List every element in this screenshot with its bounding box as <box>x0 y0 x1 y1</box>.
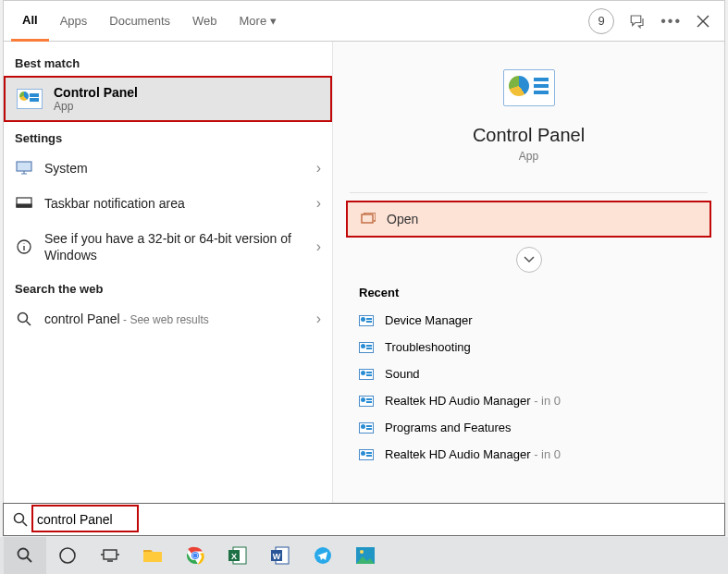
svg-point-22 <box>360 550 364 554</box>
taskbar-photos-icon[interactable] <box>344 537 387 574</box>
taskbar: X W <box>0 537 728 574</box>
top-icons: 9 ••• <box>588 8 717 34</box>
control-panel-icon <box>359 315 374 326</box>
settings-row-system[interactable]: System › <box>4 151 332 186</box>
svg-point-6 <box>15 514 24 523</box>
taskbar-cortana-button[interactable] <box>46 537 89 574</box>
chevron-right-icon: › <box>316 311 321 327</box>
open-label: Open <box>387 212 418 226</box>
section-recent: Recent <box>333 273 724 303</box>
search-input[interactable] <box>37 504 724 535</box>
svg-text:W: W <box>273 552 281 561</box>
taskbar-telegram-icon[interactable] <box>302 537 344 574</box>
web-suffix: - See web results <box>120 313 209 326</box>
feedback-icon[interactable] <box>629 13 646 30</box>
control-panel-icon <box>359 422 374 434</box>
best-match-title: Control Panel <box>54 85 138 100</box>
info-icon <box>15 238 33 255</box>
search-icon <box>4 512 37 527</box>
settings-row-bitness[interactable]: See if you have a 32-bit or 64-bit versi… <box>4 221 332 273</box>
taskbar-icon <box>15 197 33 210</box>
control-panel-icon <box>359 369 374 380</box>
divider <box>350 192 708 193</box>
recent-item[interactable]: Sound <box>346 360 711 387</box>
taskbar-word-icon[interactable]: W <box>259 537 302 574</box>
tab-more[interactable]: More▾ <box>228 1 289 41</box>
search-bar <box>3 503 725 536</box>
svg-text:X: X <box>231 552 237 561</box>
best-match-result[interactable]: Control Panel App <box>4 76 332 122</box>
open-icon <box>361 213 376 226</box>
tab-web[interactable]: Web <box>181 1 228 41</box>
svg-rect-9 <box>104 550 117 559</box>
control-panel-icon <box>359 449 374 460</box>
section-search-web: Search the web <box>4 273 332 301</box>
monitor-icon <box>15 161 33 176</box>
taskbar-search-button[interactable] <box>4 537 46 574</box>
svg-rect-0 <box>17 162 31 171</box>
best-match-type: App <box>54 100 138 113</box>
svg-rect-5 <box>362 214 373 223</box>
open-action[interactable]: Open <box>346 201 711 238</box>
svg-point-7 <box>19 549 29 559</box>
control-panel-icon <box>503 69 555 106</box>
tab-all[interactable]: All <box>11 2 49 42</box>
control-panel-icon <box>359 342 374 353</box>
rewards-badge[interactable]: 9 <box>588 8 614 34</box>
svg-point-8 <box>60 548 75 563</box>
close-icon[interactable] <box>697 15 709 28</box>
preview-right: Control Panel App Open Recent Device Man… <box>332 42 724 535</box>
svg-point-13 <box>193 554 198 558</box>
search-icon <box>15 311 33 326</box>
recent-item[interactable]: Programs and Features <box>346 414 711 441</box>
svg-rect-2 <box>17 204 31 207</box>
web-query: control Panel <box>44 311 120 326</box>
recent-item[interactable]: Realtek HD Audio Manager - in 0 <box>346 441 711 468</box>
taskbar-excel-icon[interactable]: X <box>216 537 259 574</box>
section-settings: Settings <box>4 122 332 151</box>
chevron-right-icon: › <box>316 195 321 212</box>
chevron-right-icon: › <box>316 238 321 255</box>
control-panel-icon <box>17 89 43 109</box>
recent-item[interactable]: Troubleshooting <box>346 334 711 360</box>
tabs-bar: All Apps Documents Web More▾ 9 ••• <box>4 1 724 42</box>
web-result-row[interactable]: control Panel - See web results › <box>4 301 332 336</box>
tab-documents[interactable]: Documents <box>98 1 181 41</box>
preview-title: Control Panel <box>473 125 585 146</box>
recent-item[interactable]: Device Manager <box>346 307 711 334</box>
recent-list: Device Manager Troubleshooting Sound Rea… <box>333 303 724 471</box>
chevron-down-icon: ▾ <box>270 14 277 28</box>
expand-row <box>333 247 724 273</box>
control-panel-icon <box>359 396 374 407</box>
expand-button[interactable] <box>516 247 542 273</box>
recent-item[interactable]: Realtek HD Audio Manager - in 0 <box>346 387 711 414</box>
results-left: Best match Control Panel App Settings Sy… <box>4 42 332 535</box>
preview-hero: Control Panel App <box>333 42 724 177</box>
svg-point-4 <box>19 313 28 323</box>
taskbar-explorer-icon[interactable] <box>131 537 174 574</box>
taskbar-chrome-icon[interactable] <box>174 537 216 574</box>
search-panel: All Apps Documents Web More▾ 9 ••• Best … <box>3 0 725 536</box>
settings-row-taskbar[interactable]: Taskbar notification area › <box>4 186 332 221</box>
options-icon[interactable]: ••• <box>660 13 682 30</box>
section-best-match: Best match <box>4 47 332 76</box>
chevron-right-icon: › <box>316 160 321 177</box>
tab-apps[interactable]: Apps <box>49 1 99 41</box>
preview-type: App <box>519 150 538 163</box>
taskbar-taskview-button[interactable] <box>89 537 131 574</box>
